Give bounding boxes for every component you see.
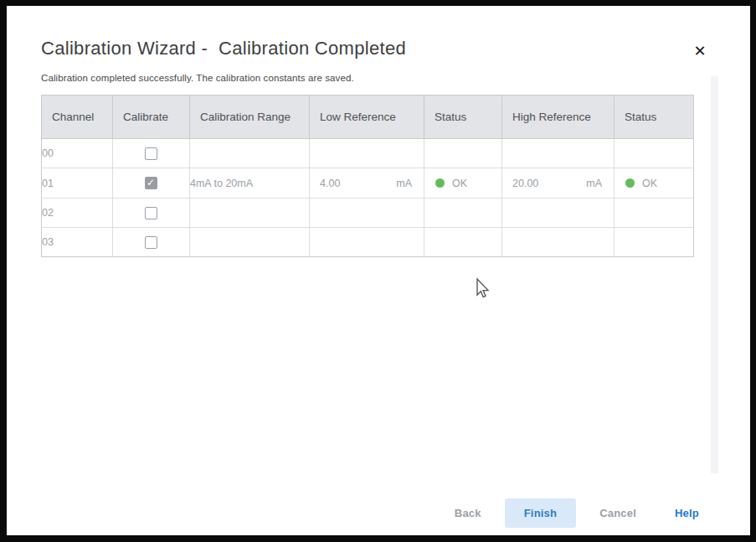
calibration-table: Channel Calibrate Calibration Range Low …	[41, 95, 694, 257]
dialog-title: Calibration Wizard - Calibration Complet…	[41, 38, 406, 59]
header-low-status: Status	[424, 95, 502, 139]
high-status-cell: OK	[615, 168, 694, 199]
help-button[interactable]: Help	[671, 499, 702, 527]
header-calibration-range: Calibration Range	[190, 95, 310, 139]
finish-button[interactable]: Finish	[505, 498, 576, 528]
header-low-reference: Low Reference	[310, 95, 424, 139]
high-status-cell	[615, 199, 694, 228]
channel-label: 03	[42, 228, 113, 257]
calibrate-checkbox-01[interactable]	[145, 177, 157, 189]
high-status-label: OK	[642, 178, 657, 189]
high-reference-cell	[502, 199, 615, 228]
low-reference-cell	[310, 199, 424, 228]
channel-label: 00	[42, 139, 113, 168]
status-ok-icon	[435, 178, 445, 188]
dialog-footer: Back Finish Cancel Help	[451, 498, 702, 528]
high-reference-value: 20.00	[512, 178, 538, 189]
range-cell: 4mA to 20mA	[190, 168, 310, 199]
header-high-reference: High Reference	[502, 95, 615, 139]
table-header-row: Channel Calibrate Calibration Range Low …	[42, 95, 694, 139]
header-calibrate: Calibrate	[113, 95, 190, 139]
low-reference-cell	[310, 139, 424, 168]
low-reference-unit: mA	[396, 178, 412, 189]
range-cell	[190, 199, 310, 228]
low-status-cell	[424, 228, 502, 257]
table-row-channel-01: 01 4mA to 20mA 4.00 mA OK	[42, 168, 694, 199]
calibrate-checkbox-03[interactable]	[145, 236, 157, 249]
low-reference-value: 4.00	[320, 178, 340, 189]
channel-label: 01	[42, 168, 113, 199]
header-high-status: Status	[615, 95, 694, 139]
table-row-channel-00: 00	[42, 139, 694, 168]
low-reference-cell: 4.00 mA	[310, 168, 424, 199]
status-message: Calibration completed successfully. The …	[41, 73, 354, 83]
channel-label: 02	[42, 199, 113, 228]
low-status-cell	[424, 139, 502, 168]
low-status-cell	[424, 199, 502, 228]
table-row-channel-02: 02	[42, 199, 694, 228]
scrollbar-track[interactable]	[711, 76, 718, 473]
calibrate-checkbox-00[interactable]	[145, 147, 157, 160]
calibration-wizard-dialog: Calibration Wizard - Calibration Complet…	[7, 6, 750, 535]
high-status-cell	[615, 139, 694, 168]
mouse-cursor	[472, 276, 491, 302]
high-reference-cell	[502, 228, 615, 257]
low-status-label: OK	[452, 178, 467, 189]
back-button[interactable]: Back	[451, 499, 485, 527]
low-reference-cell	[310, 228, 424, 257]
range-cell	[190, 228, 310, 257]
calibrate-checkbox-02[interactable]	[145, 207, 157, 219]
table-row-channel-03: 03	[42, 228, 694, 257]
high-reference-unit: mA	[586, 178, 602, 189]
high-reference-cell	[502, 139, 615, 168]
header-channel: Channel	[42, 95, 113, 139]
status-ok-icon	[625, 178, 635, 188]
range-cell	[190, 139, 310, 168]
close-icon[interactable]: ✕	[690, 41, 710, 61]
cancel-button[interactable]: Cancel	[596, 499, 640, 527]
high-status-cell	[615, 228, 694, 257]
high-reference-cell: 20.00 mA	[502, 168, 615, 199]
low-status-cell: OK	[424, 168, 502, 199]
